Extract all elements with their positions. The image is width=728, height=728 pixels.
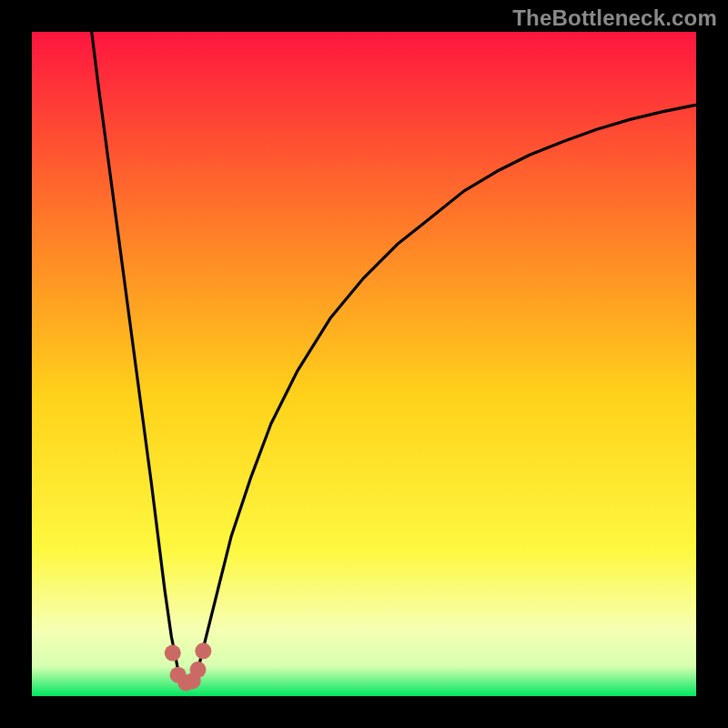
chart-frame: TheBottleneck.com: [0, 0, 728, 728]
gradient-rect: [32, 32, 696, 696]
curve-marker: [190, 662, 207, 678]
watermark-text: TheBottleneck.com: [512, 5, 717, 31]
plot-area: [32, 32, 696, 696]
gradient-background-svg: [32, 32, 696, 696]
curve-marker: [195, 642, 211, 659]
curve-marker: [165, 645, 181, 662]
